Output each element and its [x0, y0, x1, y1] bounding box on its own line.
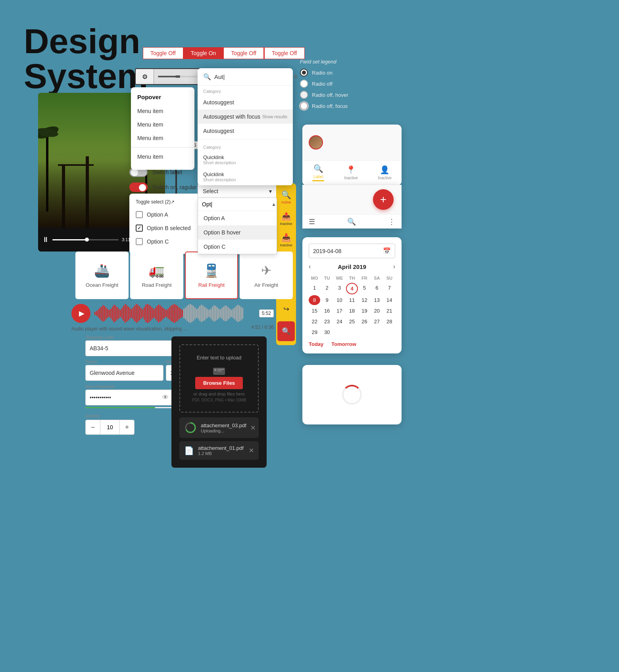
popover-item-4[interactable]: Menu item: [131, 150, 194, 163]
cal-day-19[interactable]: 19: [359, 306, 370, 316]
quicklink-2[interactable]: Quicklink Short description: [198, 168, 293, 185]
cal-day-13[interactable]: 13: [371, 295, 383, 305]
search-bottom-button[interactable]: 🔍: [277, 321, 295, 341]
nav-item-active[interactable]: 🔍 Active: [277, 187, 295, 207]
video-progress-bar[interactable]: [52, 239, 119, 240]
ss-option-c[interactable]: Option C: [198, 240, 277, 254]
cal-day-16[interactable]: 16: [321, 306, 333, 316]
freight-air[interactable]: ✈ Air Freight: [240, 252, 293, 299]
radio-focus[interactable]: [300, 102, 308, 110]
nav-bar-label-item[interactable]: 🔍 Label: [312, 164, 324, 181]
freight-rail[interactable]: 🚆 Rail Freight: [185, 252, 238, 299]
radio-off[interactable]: [300, 80, 308, 88]
file-close-uploading[interactable]: ✕: [250, 424, 256, 432]
freight-ocean[interactable]: 🚢 Ocean Freight: [75, 252, 129, 299]
cal-day-21[interactable]: 21: [384, 306, 395, 316]
audio-play-button[interactable]: ▶: [71, 304, 90, 323]
select-trigger[interactable]: Select ▾: [198, 183, 277, 199]
street-input[interactable]: [85, 365, 163, 381]
cal-day-17[interactable]: 17: [334, 306, 345, 316]
redo-button[interactable]: ↪: [277, 299, 295, 319]
popover-item-3[interactable]: Menu item: [131, 131, 194, 145]
cal-day-24[interactable]: 24: [334, 317, 345, 326]
calendar-date-input[interactable]: 2019-04-08 📅: [309, 244, 395, 258]
close-icon[interactable]: ✕: [293, 73, 298, 81]
cal-day-11[interactable]: 11: [346, 295, 358, 305]
file-close-complete[interactable]: ✕: [249, 447, 254, 454]
eye-toggle-icon[interactable]: 👁: [162, 394, 169, 401]
toolbar-slider[interactable]: [154, 69, 202, 84]
checkbox-option-c[interactable]: Option C: [136, 235, 206, 248]
quicklink-1[interactable]: Quicklink Short description: [198, 151, 293, 168]
cal-day-9[interactable]: 9: [321, 295, 333, 305]
nav-bar-inactive-item-2[interactable]: 👤 Inactive: [378, 165, 391, 180]
search-result-autosuggest-focus[interactable]: Autosuggest with focus Show results: [198, 109, 293, 124]
toggle-on[interactable]: Toggle On: [183, 47, 224, 59]
show-results-label[interactable]: Show results: [262, 114, 287, 119]
checkbox-a[interactable]: [136, 211, 143, 218]
cal-day-3[interactable]: 3: [334, 283, 345, 294]
radio-hover[interactable]: [300, 91, 308, 99]
cal-day-28[interactable]: 28: [384, 317, 395, 326]
switch-on[interactable]: [129, 182, 148, 192]
password-input[interactable]: [85, 390, 173, 405]
checkbox-option-a[interactable]: Option A: [136, 208, 206, 221]
cal-prev-button[interactable]: ‹: [309, 263, 311, 270]
cal-day-27[interactable]: 27: [371, 317, 383, 326]
cal-next-button[interactable]: ›: [393, 263, 395, 270]
cal-day-8[interactable]: 8: [309, 295, 320, 305]
cal-day-26[interactable]: 26: [359, 317, 370, 326]
cal-day-15[interactable]: 15: [309, 306, 320, 316]
cal-day-4[interactable]: 4: [346, 283, 358, 294]
quantity-increment[interactable]: +: [120, 420, 134, 434]
gear-button[interactable]: ⚙: [136, 69, 154, 84]
menu-icon[interactable]: ☰: [309, 217, 315, 226]
cal-day-6[interactable]: 6: [371, 283, 383, 294]
shipping-code-input[interactable]: [85, 340, 173, 356]
cal-day-23[interactable]: 23: [321, 317, 333, 326]
checkbox-option-b[interactable]: ✓ Option B selected: [136, 221, 206, 235]
freight-road[interactable]: 🚛 Road Freight: [130, 252, 183, 299]
popover-item-1[interactable]: Menu item: [131, 104, 194, 118]
video-pause-button[interactable]: ⏸: [42, 236, 49, 244]
nav-item-inactive-1[interactable]: 📤 Inactive: [277, 209, 295, 228]
ss-option-b-hover[interactable]: Option B hover: [198, 225, 277, 240]
cal-day-7[interactable]: 7: [384, 283, 395, 294]
nav-bar-inactive-item-1[interactable]: 📍 Inactive: [344, 165, 358, 180]
nav-item-inactive-2[interactable]: 📥 Inactive: [277, 230, 295, 250]
cal-day-20[interactable]: 20: [371, 306, 383, 316]
quantity-input[interactable]: [100, 420, 120, 434]
toggle-off-2[interactable]: Toggle Off: [223, 47, 264, 59]
cal-day-29[interactable]: 29: [309, 327, 320, 337]
ss-option-a[interactable]: Option A: [198, 211, 277, 225]
radio-on[interactable]: [300, 69, 308, 77]
popover-item-2[interactable]: Menu item: [131, 118, 194, 131]
cal-day-12[interactable]: 12: [359, 295, 370, 305]
toggle-off-3[interactable]: Toggle Off: [264, 47, 305, 59]
cal-day-2[interactable]: 2: [321, 283, 333, 294]
browse-files-button[interactable]: Browse Files: [195, 377, 243, 389]
cal-day-30[interactable]: 30: [321, 327, 333, 337]
search-fab-icon[interactable]: 🔍: [347, 217, 356, 226]
checkbox-c[interactable]: [136, 238, 143, 245]
quantity-decrement[interactable]: −: [86, 420, 100, 434]
search-result-autosuggest-1[interactable]: Autosuggest: [198, 95, 293, 109]
tomorrow-button[interactable]: Tomorrow: [331, 341, 356, 347]
cal-day-5[interactable]: 5: [359, 283, 370, 294]
cal-day-25[interactable]: 25: [346, 317, 358, 326]
checkbox-b[interactable]: ✓: [136, 225, 143, 232]
cal-day-22[interactable]: 22: [309, 317, 320, 326]
fab-button[interactable]: +: [373, 189, 394, 210]
search-result-autosuggest-2[interactable]: Autosuggest: [198, 124, 293, 138]
cal-day-1[interactable]: 1: [309, 283, 320, 294]
cal-day-10[interactable]: 10: [334, 295, 345, 305]
today-button[interactable]: Today: [309, 341, 323, 347]
cal-day-14[interactable]: 14: [384, 295, 395, 305]
search-input[interactable]: [214, 73, 290, 80]
ss-input[interactable]: [202, 201, 271, 207]
file-upload-zone[interactable]: Enter text to upload Browse Files or dra…: [179, 344, 259, 413]
audio-waveform[interactable]: [94, 304, 255, 323]
more-icon[interactable]: ⋮: [388, 217, 395, 226]
toggle-off-1[interactable]: Toggle Off: [143, 47, 183, 59]
cal-day-18[interactable]: 18: [346, 306, 358, 316]
